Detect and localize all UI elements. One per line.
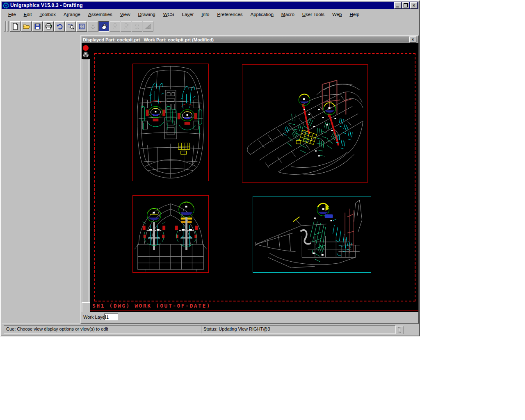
menu-item-user-tools[interactable]: User Tools <box>299 11 328 18</box>
maximize-icon <box>404 3 408 7</box>
unigraphics-logo-icon <box>3 2 9 9</box>
hatch-triangle-icon <box>145 23 152 30</box>
menu-item-wcs[interactable]: WCS <box>160 11 178 18</box>
view-front <box>132 195 209 273</box>
desktop: { "window": { "title": "Unigraphics V15.… <box>0 0 525 420</box>
fit-window-icon <box>78 23 85 30</box>
menu-item-preferences[interactable]: Preferences <box>214 11 246 18</box>
floppy-disk-icon <box>34 23 41 30</box>
view-isometric <box>242 64 368 183</box>
status-panel: Status: Updating View RIGHT@3 <box>201 325 395 333</box>
menu-item-web[interactable]: Web <box>329 11 345 18</box>
dotted-silhouette-icon <box>123 23 130 30</box>
document-close-button[interactable]: × <box>409 37 416 43</box>
sheet-status-annotation: SH1 (DWG) WORK (OUT-OF-DATE) <box>92 303 211 309</box>
toolbar-gripper[interactable] <box>4 21 6 32</box>
tool-13-button <box>143 21 153 32</box>
right-view-wireframe <box>253 196 371 272</box>
window-title: Unigraphics V15.0.3 - Drafting <box>10 2 394 8</box>
print-button[interactable] <box>43 21 54 32</box>
dotted-silhouette-icon <box>112 23 119 30</box>
tool-11-button <box>121 21 131 32</box>
axes-icon <box>89 23 96 30</box>
minimize-icon <box>396 7 399 7</box>
progress-track <box>83 59 89 303</box>
printer-icon <box>45 23 52 30</box>
title-bar: Unigraphics V15.0.3 - Drafting × <box>2 2 418 9</box>
new-file-icon <box>12 23 19 30</box>
toolbar <box>2 19 418 33</box>
app-window: Unigraphics V15.0.3 - Drafting × FileEdi… <box>0 0 420 336</box>
menu-item-file[interactable]: File <box>5 11 19 18</box>
menu-item-help[interactable]: Help <box>346 11 363 18</box>
graphics-area[interactable]: SH1 (DWG) WORK (OUT-OF-DATE) <box>90 43 418 312</box>
zoom-window-button[interactable] <box>65 21 76 32</box>
fit-view-button[interactable] <box>76 21 87 32</box>
csys-tool-button <box>87 21 98 32</box>
stoplight-icon <box>82 43 90 59</box>
minimize-button[interactable] <box>394 2 402 9</box>
toolbar-gripper[interactable] <box>7 21 9 32</box>
open-folder-icon <box>23 23 30 30</box>
undo-arrow-icon <box>56 23 63 30</box>
view-right <box>253 196 371 273</box>
menu-item-application[interactable]: Application <box>247 11 277 18</box>
menu-item-assemblies[interactable]: Assemblies <box>85 11 116 18</box>
view-display-button[interactable] <box>98 21 109 32</box>
status-scroll-button[interactable] <box>395 326 404 334</box>
menu-item-toolbox[interactable]: Toolbox <box>36 11 59 18</box>
close-button[interactable]: × <box>410 2 418 9</box>
cue-panel: Cue: Choose view display options or view… <box>4 325 202 333</box>
menu-item-macro[interactable]: Macro <box>278 11 298 18</box>
document-window: Displayed Part: cockpit.prt Work Part: c… <box>80 35 419 324</box>
dotted-silhouette-icon <box>134 23 141 30</box>
status-bar: Cue: Choose view display options or view… <box>2 324 418 335</box>
menu-bar: FileEditToolboxArrangeAssembliesViewDraw… <box>2 10 418 19</box>
progress-foot <box>82 302 90 313</box>
close-icon: × <box>413 3 415 7</box>
hand-icon <box>100 23 107 30</box>
front-view-wireframe <box>133 196 208 272</box>
top-view-wireframe <box>133 64 208 181</box>
work-layer-value: 1 <box>106 315 109 320</box>
view-top <box>132 64 209 181</box>
interrupt-stoplight-button[interactable] <box>82 43 90 59</box>
isometric-view-wireframe <box>242 65 368 182</box>
menu-item-layer[interactable]: Layer <box>179 11 197 18</box>
menu-item-view[interactable]: View <box>117 11 134 18</box>
tool-12-button <box>132 21 142 32</box>
document-title-bar: Displayed Part: cockpit.prt Work Part: c… <box>82 37 418 43</box>
work-layer-row: Work Layer 1 <box>82 312 418 322</box>
save-part-button[interactable] <box>32 21 43 32</box>
undo-button[interactable] <box>54 21 65 32</box>
sheet-bottom-line <box>90 310 418 311</box>
scroll-history-icon <box>397 327 402 333</box>
new-part-button[interactable] <box>10 21 21 32</box>
open-part-button[interactable] <box>21 21 32 32</box>
magnifier-rect-icon <box>67 23 74 30</box>
interrupt-strip <box>82 43 90 312</box>
menu-item-info[interactable]: Info <box>198 11 212 18</box>
menu-item-edit[interactable]: Edit <box>21 11 35 18</box>
work-layer-label: Work Layer <box>83 315 106 320</box>
document-title: Displayed Part: cockpit.prt Work Part: c… <box>83 37 409 42</box>
menu-item-arrange[interactable]: Arrange <box>60 11 84 18</box>
maximize-button[interactable] <box>402 2 409 9</box>
menu-item-drawing[interactable]: Drawing <box>135 11 159 18</box>
close-icon: × <box>412 38 414 42</box>
work-layer-input[interactable]: 1 <box>104 313 118 320</box>
tool-10-button <box>110 21 120 32</box>
text-caret <box>105 315 106 319</box>
